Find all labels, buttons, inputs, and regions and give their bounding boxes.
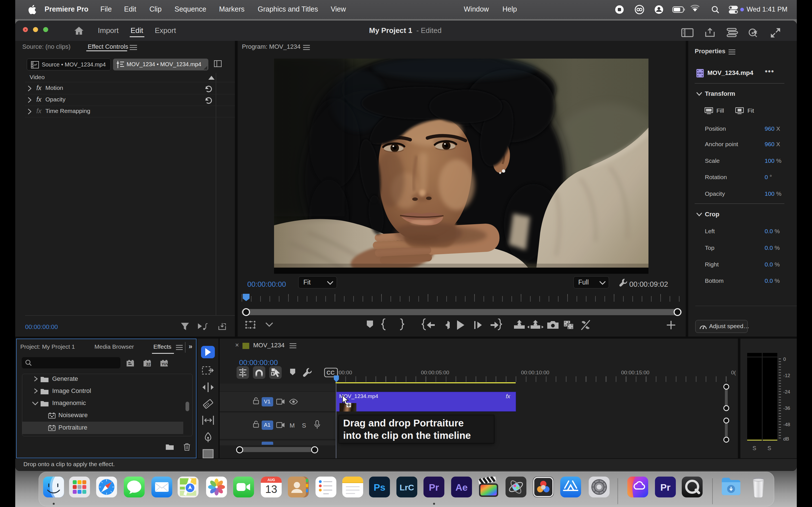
svg-text:Pr: Pr bbox=[660, 482, 670, 493]
svg-text:CC: CC bbox=[326, 370, 335, 376]
svg-text:32: 32 bbox=[146, 362, 151, 367]
svg-text:AUG: AUG bbox=[267, 478, 275, 482]
svg-text:LrC: LrC bbox=[400, 483, 414, 492]
svg-text:Ps: Ps bbox=[373, 482, 386, 493]
svg-text:13: 13 bbox=[265, 483, 277, 495]
svg-text:Ae: Ae bbox=[455, 482, 467, 493]
svg-text:Pr: Pr bbox=[429, 482, 439, 493]
svg-text:YUV: YUV bbox=[161, 362, 168, 366]
